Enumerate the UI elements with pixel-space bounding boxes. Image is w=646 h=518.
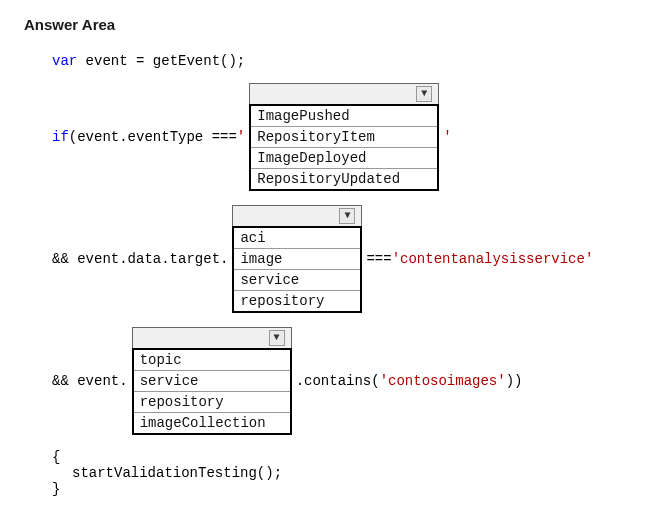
dropdown-option[interactable]: service	[234, 270, 360, 291]
dropdown-option[interactable]: repository	[134, 392, 290, 413]
dropdown-option[interactable]: aci	[234, 228, 360, 249]
dropdown-event-prop[interactable]: ▼	[132, 327, 292, 349]
code-text: event = getEvent();	[77, 53, 245, 69]
string-quote-close: '	[443, 129, 451, 145]
code-text: && event.	[52, 373, 128, 389]
dropdown-option[interactable]: ImageDeployed	[251, 148, 437, 169]
code-text: .contains(	[296, 373, 380, 389]
dropdown-option[interactable]: RepositoryItem	[251, 127, 437, 148]
dropdown-option[interactable]: service	[134, 371, 290, 392]
dropdown-target-prop-options: aci image service repository	[232, 226, 362, 313]
brace-open: {	[52, 449, 622, 465]
keyword-if: if	[52, 129, 69, 145]
dropdown-option[interactable]: repository	[234, 291, 360, 311]
code-line-2: if (event.eventType === ' ▼ ImagePushed …	[52, 83, 622, 191]
code-line-4: && event. ▼ topic service repository ima…	[52, 327, 622, 435]
code-text: (event.eventType ===	[69, 129, 237, 145]
dropdown-event-type[interactable]: ▼	[249, 83, 439, 105]
string-literal-service: 'contentanalysisservice'	[392, 251, 594, 267]
chevron-down-icon: ▼	[416, 86, 432, 102]
dropdown-target-prop[interactable]: ▼	[232, 205, 362, 227]
dropdown-option[interactable]: imageCollection	[134, 413, 290, 433]
code-text: ))	[506, 373, 523, 389]
dropdown-option[interactable]: topic	[134, 350, 290, 371]
dropdown-option[interactable]: RepositoryUpdated	[251, 169, 437, 189]
dropdown-option[interactable]: ImagePushed	[251, 106, 437, 127]
chevron-down-icon: ▼	[339, 208, 355, 224]
string-quote-open: '	[237, 129, 245, 145]
page-title: Answer Area	[24, 16, 622, 33]
code-text: ===	[366, 251, 391, 267]
dropdown-option[interactable]: image	[234, 249, 360, 270]
dropdown-event-type-options: ImagePushed RepositoryItem ImageDeployed…	[249, 104, 439, 191]
string-literal-images: 'contosoimages'	[380, 373, 506, 389]
code-line-3: && event.data.target. ▼ aci image servic…	[52, 205, 622, 313]
code-call: startValidationTesting();	[52, 465, 622, 481]
keyword-var: var	[52, 53, 77, 69]
code-text: && event.data.target.	[52, 251, 228, 267]
code-block: var event = getEvent(); if (event.eventT…	[24, 53, 622, 497]
dropdown-event-prop-options: topic service repository imageCollection	[132, 348, 292, 435]
chevron-down-icon: ▼	[269, 330, 285, 346]
brace-close: }	[52, 481, 622, 497]
code-line-1: var event = getEvent();	[52, 53, 622, 69]
